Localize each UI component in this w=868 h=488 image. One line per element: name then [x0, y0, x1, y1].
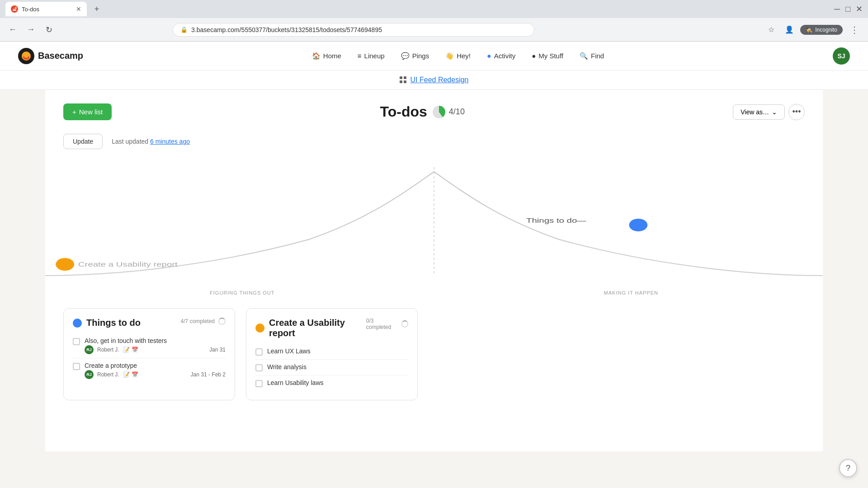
last-updated-text: Last updated 6 minutes ago: [112, 138, 190, 145]
find-icon: 🔍: [580, 52, 588, 60]
todo-item-title: Also, get in touch with testers: [85, 337, 226, 344]
project-grid-icon: [400, 76, 407, 84]
hill-point-usability[interactable]: [56, 258, 74, 271]
todo-card-header-things: Things to do 4/7 completed: [73, 318, 226, 328]
todo-checkbox[interactable]: [73, 338, 80, 345]
profile-button[interactable]: 👤: [782, 23, 797, 37]
todo-dot-orange: [255, 324, 264, 333]
incognito-label: Incognito: [815, 27, 837, 33]
close-window-button[interactable]: ✕: [856, 4, 863, 14]
todo-item: Create a prototype RJ Robert J. 📝 📅 Jan …: [73, 358, 226, 383]
todo-card-header-usability: Create a Usability report 0/3 completed: [255, 318, 408, 338]
close-tab-button[interactable]: ✕: [76, 5, 81, 13]
find-label: Find: [591, 52, 604, 60]
todo-item-author: Robert J.: [97, 371, 119, 378]
hill-labels: FIGURING THINGS OUT MAKING IT HAPPEN: [45, 286, 823, 299]
window-controls: ─ □ ✕: [834, 4, 863, 14]
todo-item-avatar: RJ: [85, 345, 94, 354]
address-bar[interactable]: 🔒 3.basecamp.com/5550377/buckets/3132581…: [173, 23, 534, 37]
top-navigation: Basecamp 🏠 Home ≡ Lineup 💬 Pings 👋 Hey! …: [0, 42, 868, 70]
note-icon: 📝: [123, 347, 130, 353]
lineup-label: Lineup: [364, 52, 385, 60]
lineup-icon: ≡: [358, 52, 362, 60]
todo-item-title: Create a prototype: [85, 362, 226, 369]
user-avatar[interactable]: SJ: [833, 47, 850, 65]
view-options: View as… ⌄ •••: [733, 104, 805, 120]
chevron-down-icon: ⌄: [772, 108, 777, 116]
nav-lineup[interactable]: ≡ Lineup: [350, 48, 392, 63]
home-label: Home: [323, 52, 341, 60]
activity-label: Activity: [494, 52, 516, 60]
nav-items: 🏠 Home ≡ Lineup 💬 Pings 👋 Hey! ● Activit…: [305, 48, 611, 64]
project-name: UI Feed Redesign: [410, 76, 469, 84]
incognito-button[interactable]: 🕵 Incognito: [800, 25, 843, 35]
todo-spinner-things: [218, 318, 226, 325]
todo-item-author: Robert J.: [97, 347, 119, 353]
forward-button[interactable]: →: [24, 23, 38, 37]
tab-title: To-dos: [22, 6, 72, 13]
new-tab-button[interactable]: +: [90, 3, 103, 15]
todo-item-icons: 📝 📅: [123, 371, 138, 378]
project-bar: UI Feed Redesign: [0, 70, 868, 90]
project-link[interactable]: UI Feed Redesign: [400, 76, 469, 84]
todo-item-title: Write analysis: [267, 363, 408, 371]
todo-checkbox[interactable]: [255, 380, 263, 387]
todo-item-content: Learn Usability laws: [267, 379, 408, 387]
todo-title-usability: Create a Usability report: [269, 318, 366, 338]
todo-item: Write analysis: [255, 360, 408, 375]
view-as-button[interactable]: View as… ⌄: [733, 104, 785, 120]
todo-checkbox[interactable]: [255, 348, 263, 356]
todo-item-icons: 📝 📅: [123, 347, 138, 353]
todo-dot-blue: [73, 319, 82, 328]
todo-item: Learn UX Laws: [255, 344, 408, 360]
nav-find[interactable]: 🔍 Find: [572, 48, 611, 64]
todo-item-date: Jan 31: [209, 347, 226, 353]
nav-home[interactable]: 🏠 Home: [305, 48, 349, 64]
more-options-button[interactable]: •••: [788, 104, 805, 120]
back-button[interactable]: ←: [5, 23, 20, 37]
pings-label: Pings: [412, 52, 429, 60]
nav-pings[interactable]: 💬 Pings: [394, 48, 437, 64]
todo-item-date: Jan 31 - Feb 2: [191, 371, 226, 378]
todo-item-title: Learn Usability laws: [267, 379, 408, 386]
home-icon: 🏠: [312, 52, 321, 60]
new-list-button[interactable]: + New list: [63, 103, 112, 120]
last-updated-link[interactable]: 6 minutes ago: [150, 138, 190, 145]
help-button[interactable]: ?: [839, 459, 857, 477]
todo-item-content: Learn UX Laws: [267, 347, 408, 356]
todo-item: Also, get in touch with testers RJ Rober…: [73, 333, 226, 358]
browser-menu-button[interactable]: ⋮: [846, 23, 863, 37]
calendar-icon: 📅: [132, 347, 138, 353]
bookmark-button[interactable]: ☆: [764, 23, 778, 37]
browser-tab[interactable]: 🏕 To-dos ✕: [5, 2, 87, 16]
nav-hey[interactable]: 👋 Hey!: [438, 48, 478, 64]
hill-point-things[interactable]: [629, 219, 647, 231]
todo-item-content: Create a prototype RJ Robert J. 📝 📅 Jan …: [85, 362, 226, 379]
logo[interactable]: Basecamp: [18, 48, 83, 64]
page-title: To-dos: [380, 103, 427, 120]
todo-checkbox[interactable]: [73, 363, 80, 370]
todo-item-avatar: RJ: [85, 370, 94, 379]
todo-checkbox[interactable]: [255, 364, 263, 371]
todo-item-meta: RJ Robert J. 📝 📅 Jan 31: [85, 345, 226, 354]
progress-pie: [433, 106, 445, 118]
url-text: 3.basecamp.com/5550377/buckets/31325815/…: [191, 26, 382, 33]
nav-my-stuff[interactable]: ● My Stuff: [524, 48, 571, 63]
todo-item-content: Write analysis: [267, 363, 408, 371]
minimize-button[interactable]: ─: [834, 5, 840, 14]
new-list-label: New list: [79, 108, 103, 116]
todo-item-content: Also, get in touch with testers RJ Rober…: [85, 337, 226, 354]
maximize-button[interactable]: □: [845, 5, 850, 14]
todo-spinner-usability: [401, 320, 408, 328]
update-button[interactable]: Update: [63, 134, 103, 149]
todo-card-things-to-do: Things to do 4/7 completed Also, get in …: [63, 308, 235, 400]
todo-item: Learn Usability laws: [255, 375, 408, 391]
nav-activity[interactable]: ● Activity: [480, 48, 523, 64]
hill-chart: Create a Usability report Things to do— …: [45, 158, 823, 299]
hill-chart-svg: Create a Usability report Things to do—: [45, 158, 823, 285]
incognito-icon: 🕵: [806, 27, 812, 33]
todo-title-area: Things to do: [73, 318, 141, 328]
hey-icon: 👋: [445, 52, 454, 60]
reload-button[interactable]: ↻: [42, 23, 56, 37]
main-content: + New list To-dos 4/10 View as… ⌄: [45, 90, 823, 451]
